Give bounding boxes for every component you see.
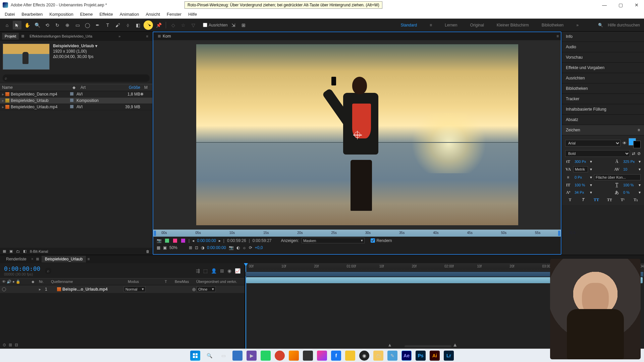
workspace-overflow[interactable]: »	[575, 21, 580, 29]
new-folder-icon[interactable]: 🗀	[16, 249, 20, 253]
stroke-color-swatch[interactable]	[633, 141, 641, 148]
col-name[interactable]: Name	[0, 84, 69, 91]
current-timecode[interactable]: 0:00:00:00	[4, 265, 40, 272]
col-src[interactable]: Quellenname	[49, 279, 126, 285]
timeline-panel-menu-icon[interactable]: ≡	[87, 257, 90, 261]
illustrator-icon[interactable]: Ai	[430, 351, 440, 361]
comp-flowchart-icon[interactable]: ⇶	[196, 268, 200, 274]
leading[interactable]: 325 Px	[622, 159, 637, 164]
frame-blend-icon[interactable]: ⊞	[220, 268, 224, 274]
menu-datei[interactable]: Datei	[1, 10, 18, 18]
anchor-tool[interactable]: ⊕	[63, 21, 72, 29]
swap-colors-icon[interactable]: ⇄	[632, 151, 635, 156]
task-view-icon[interactable]: ▭	[218, 351, 228, 361]
clone-tool[interactable]: ⎀	[123, 21, 132, 29]
project-item[interactable]: ▸Beispielvideo_Urlaub.mp4 AVI 39,9 MB	[0, 104, 152, 110]
motion-blur-icon[interactable]: ◉	[227, 268, 231, 274]
work-area-bar[interactable]: 00s05s10s15s20s25s30s35s40s45s50s55s01:0	[153, 229, 561, 237]
panel-info[interactable]: Info	[562, 32, 644, 42]
exposure-icon[interactable]: ☼	[243, 245, 246, 250]
mask-shape-3[interactable]: ▽	[189, 21, 198, 29]
home-tool[interactable]: ⌂	[3, 21, 11, 29]
menu-hilfe[interactable]: Hilfe	[185, 10, 200, 18]
panel-overflow-icon[interactable]: »	[116, 34, 122, 38]
taskbar-video-icon[interactable]: ▶	[247, 351, 257, 361]
eraser-tool[interactable]: ◧	[133, 21, 142, 29]
taskbar-app-2[interactable]	[303, 351, 313, 361]
allcaps-icon[interactable]: TT	[593, 197, 599, 202]
timeline-zoom-slider[interactable]	[405, 345, 451, 347]
visibility-toggle[interactable]	[2, 287, 6, 291]
tc-current[interactable]: 0:00:00:00	[197, 238, 216, 243]
orbit-tool[interactable]: ⟲	[43, 21, 52, 29]
project-tab[interactable]: Projekt	[2, 33, 19, 40]
region-color-1[interactable]	[165, 239, 169, 243]
eyedropper-icon[interactable]: 👁	[623, 141, 627, 145]
workspace-kleiner[interactable]: Kleiner Bildschirm	[495, 21, 530, 29]
work-area-start-handle[interactable]	[154, 231, 156, 236]
snap-options-1[interactable]: ⇲	[229, 21, 238, 29]
taskbar-app-3[interactable]	[345, 351, 355, 361]
font-style-dropdown[interactable]: Bold	[565, 150, 630, 157]
new-comp-icon[interactable]: ▣	[9, 249, 13, 253]
col-num[interactable]: Nr.	[37, 279, 49, 285]
hscale[interactable]: 100 %	[622, 182, 637, 188]
panel-tracker[interactable]: Tracker	[562, 94, 644, 104]
workspace-bibliotheken[interactable]: Bibliotheken	[540, 21, 565, 29]
prev-frame-icon[interactable]: ◂	[192, 238, 194, 243]
col-m[interactable]: M	[142, 84, 152, 91]
refresh-icon[interactable]: ⟳	[249, 245, 252, 250]
mask-shape-1[interactable]: ◇	[169, 21, 177, 29]
panel-audio[interactable]: Audio	[562, 42, 644, 52]
col-size[interactable]: Größe	[112, 84, 142, 91]
panel-zeichen[interactable]: Zeichen≡	[562, 125, 644, 135]
label-swatch[interactable]	[70, 105, 73, 108]
render-checkbox[interactable]: Rendern	[371, 238, 392, 243]
comp-tab-inactive[interactable]: Kom	[155, 33, 174, 40]
blend-mode-dropdown[interactable]: Normal ▾	[124, 286, 146, 292]
shy-icon[interactable]: 👤	[211, 268, 217, 274]
workspace-original[interactable]: Original	[469, 21, 485, 29]
panel-bibliotheken[interactable]: Bibliotheken	[562, 83, 644, 94]
smallcaps-icon[interactable]: Tᴛ	[606, 197, 612, 202]
start-button[interactable]	[190, 351, 200, 361]
snap-options-2[interactable]: ⊞	[239, 21, 248, 29]
label-swatch[interactable]	[70, 92, 73, 96]
twirl-icon[interactable]: ▸	[2, 92, 4, 97]
timecode2[interactable]: 0:00:00:00	[207, 245, 226, 250]
messenger-icon[interactable]	[317, 351, 327, 361]
panel-inhaltsbasierte-füllung[interactable]: Inhaltsbasierte Füllung	[562, 104, 644, 115]
lightroom-icon[interactable]: Lr	[444, 351, 454, 361]
after-effects-icon[interactable]: Ae	[401, 351, 412, 361]
composition-viewer[interactable]	[153, 40, 561, 229]
panel-menu-icon[interactable]: ≡	[144, 34, 150, 38]
project-item[interactable]: ▸Beispielvideo_Dance.mp4 AVI 1,8 MB ❋	[0, 91, 152, 98]
pickwhip-icon[interactable]: ◎	[192, 287, 196, 292]
fill-over-dropdown[interactable]: Fläche über Kon...	[594, 174, 641, 180]
bold-icon[interactable]: T	[567, 197, 573, 202]
bits-icon[interactable]: ◧	[23, 249, 26, 253]
next-frame-icon[interactable]: ▸	[219, 238, 221, 243]
comp-panel-menu-icon[interactable]: ≡	[556, 34, 559, 39]
zoom-out-icon[interactable]: ▴	[388, 342, 391, 348]
selection-tool[interactable]	[13, 21, 21, 29]
explorer-icon[interactable]: 🗀	[373, 351, 383, 361]
taskbar-search-icon[interactable]: 🔍	[204, 351, 214, 361]
rectangle-tool[interactable]: ▭	[73, 21, 82, 29]
vscale[interactable]: 100 %	[573, 182, 588, 188]
toggle-alpha-icon[interactable]: ▣	[163, 245, 167, 250]
menu-fenster[interactable]: Fenster	[163, 10, 185, 18]
menu-animation[interactable]: Animation	[116, 10, 143, 18]
subscript-icon[interactable]: T₁	[633, 197, 639, 202]
graph-editor-icon[interactable]: 📈	[235, 268, 240, 274]
toggle-in-out-icon[interactable]: ⊟	[15, 343, 18, 347]
toggle-switches-icon[interactable]: ⊙	[3, 343, 6, 347]
col-label[interactable]: ◆	[69, 84, 78, 91]
guides-icon[interactable]: ⊡	[195, 245, 198, 250]
menu-ebene[interactable]: Ebene	[77, 10, 96, 18]
project-item[interactable]: ▸Beispielvideo_Urlaub Komposition	[0, 98, 152, 104]
panel-vorschau[interactable]: Vorschau	[562, 52, 644, 63]
minimize-button[interactable]: —	[600, 2, 609, 8]
text-tool[interactable]: T	[103, 21, 112, 29]
taskbar-app-1[interactable]	[232, 351, 243, 361]
